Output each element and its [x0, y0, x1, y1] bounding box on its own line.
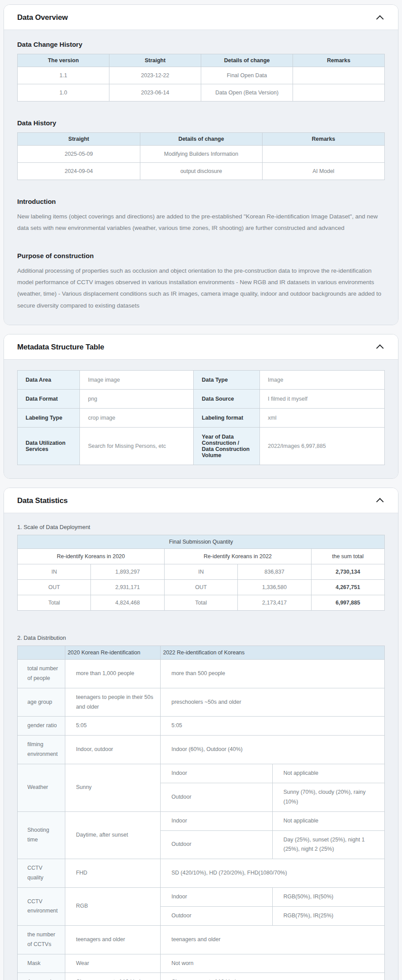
scale-group-2022: Re-identify Koreans in 2022: [164, 548, 311, 564]
row-label: Mask: [18, 954, 65, 973]
cell-date: 2023-06-14: [109, 84, 201, 101]
cell-key: Total: [18, 595, 91, 610]
table-row: 2025-05-09 Modifying Builders Informatio…: [18, 146, 385, 163]
row-label: Weather: [18, 764, 65, 812]
table-header-row: The version Straight Details of change R…: [18, 54, 385, 67]
row-label: Shooting time: [18, 811, 65, 859]
distribution-header-empty: [18, 646, 65, 659]
meta-value: Image: [260, 370, 385, 389]
table-row: 1.0 2023-06-14 Data Open (Beta Version): [18, 84, 385, 101]
meta-value: crop image: [80, 408, 194, 427]
table-row: CCTV quality FHD SD (420/10%), HD (720/2…: [18, 859, 385, 888]
column-header: The version: [18, 54, 109, 67]
metadata-structure-card: Metadata Structure Table Data Area Image…: [4, 334, 398, 479]
cell-remarks: [293, 67, 385, 84]
cell-remarks: AI Model: [262, 163, 384, 180]
data-overview-card: Data Overview Data Change History The ve…: [4, 4, 398, 325]
data-history-table: Straight Details of change Remarks 2025-…: [17, 132, 385, 180]
cell-2020: 5:05: [65, 717, 161, 736]
cell-2022: more than 500 people: [161, 659, 385, 688]
cell-2022: Indoor (60%), Outdoor (40%): [161, 736, 385, 764]
card-title: Metadata Structure Table: [17, 343, 104, 352]
table-header-row: Final Submission Quantity: [18, 535, 385, 548]
cell-details: Modifying Builders Information: [140, 146, 262, 163]
cell-date: 2023-12-22: [109, 67, 201, 84]
cell-2020: teenagers to people in their 50s and old…: [65, 688, 161, 717]
cell-2020: more than 1,000 people: [65, 659, 161, 688]
cell-2020: Sunny: [65, 764, 161, 812]
cell-sublabel: Indoor: [161, 764, 273, 783]
cell-details: Data Open (Beta Version): [201, 84, 293, 101]
row-label: total number of people: [18, 659, 65, 688]
meta-label: Data Area: [18, 370, 80, 389]
cell-value: 2,931,171: [91, 579, 164, 595]
meta-label: Year of Data Construction / Data Constru…: [194, 427, 260, 465]
meta-value: 2022/Images 6,997,885: [260, 427, 385, 465]
row-label: filming environment: [18, 736, 65, 764]
cell-sum: 6,997,885: [311, 595, 384, 610]
metadata-structure-body: Data Area Image image Data Type Image Da…: [4, 360, 398, 478]
column-header: Straight: [18, 133, 140, 146]
cell-remarks: [293, 84, 385, 101]
meta-label: Labeling format: [194, 408, 260, 427]
section-heading-introduction: Introduction: [17, 198, 385, 205]
table-row: the number of CCTVs teenagers and older …: [18, 925, 385, 954]
cell-2020: Daytime, after sunset: [65, 811, 161, 859]
meta-label: Labeling Type: [18, 408, 80, 427]
cell-value: 1,893,297: [91, 564, 164, 579]
cell-key: OUT: [18, 579, 91, 595]
cell-2020: Wear: [65, 954, 161, 973]
table-row: Data Format png Data Source I filmed it …: [18, 389, 385, 408]
table-row: Mask Wear Not worn: [18, 954, 385, 973]
table-row: age group teenagers to people in their 5…: [18, 688, 385, 717]
cell-value: 2,173,417: [238, 595, 311, 610]
cell-subvalue: RGB(50%), IR(50%): [273, 888, 385, 907]
cell-key: OUT: [164, 579, 237, 595]
table-row: IN 1,893,297 IN 836,837 2,730,134: [18, 564, 385, 579]
cell-2020: RGB: [65, 888, 161, 926]
cell-sublabel: Indoor: [161, 811, 273, 830]
cell-subvalue: Not applicable: [273, 764, 385, 783]
data-statistics-card: Data Statistics 1. Scale of Data Deploym…: [4, 488, 398, 980]
distribution-header-2022: 2022 Re-identification of Koreans: [161, 646, 385, 659]
meta-label: Data Format: [18, 389, 80, 408]
chevron-up-icon[interactable]: [375, 14, 385, 21]
meta-value: xml: [260, 408, 385, 427]
cell-date: 2025-05-09: [18, 146, 140, 163]
cell-subvalue: RGB(75%), IR(25%): [273, 906, 385, 925]
column-header: Remarks: [293, 54, 385, 67]
cell-2022: 5:05: [161, 717, 385, 736]
cell-sum: 2,730,134: [311, 564, 384, 579]
cell-version: 1.1: [18, 67, 109, 84]
meta-label: Data Utilization Services: [18, 427, 80, 465]
meta-value: I filmed it myself: [260, 389, 385, 408]
chevron-up-icon[interactable]: [375, 344, 385, 351]
row-label: age group: [18, 688, 65, 717]
column-header: Details of change: [140, 133, 262, 146]
data-statistics-body: 1. Scale of Data Deployment Final Submis…: [4, 513, 398, 980]
cell-2022: SD (420/10%), HD (720/20%), FHD(1080/70%…: [161, 859, 385, 888]
chevron-up-icon[interactable]: [375, 497, 385, 504]
table-row: Weather Sunny Indoor Not applicable: [18, 764, 385, 783]
cell-key: Total: [164, 595, 237, 610]
cell-details: Final Open Data: [201, 67, 293, 84]
cell-2020: Indoor, outdoor: [65, 736, 161, 764]
cell-sum: 4,267,751: [311, 579, 384, 595]
cell-value: 836,837: [238, 564, 311, 579]
row-label: the number of CCTVs: [18, 925, 65, 954]
cell-2022: teenagers and older: [161, 925, 385, 954]
table-row: Data Utilization Services Search for Mis…: [18, 427, 385, 465]
cell-value: 1,336,580: [238, 579, 311, 595]
cell-version: 1.0: [18, 84, 109, 101]
data-change-history-table: The version Straight Details of change R…: [17, 54, 385, 101]
cell-key: IN: [164, 564, 237, 579]
data-overview-header[interactable]: Data Overview: [4, 5, 398, 30]
purpose-text: Additional processing of properties such…: [17, 265, 385, 312]
cell-2020: teenagers and older: [65, 925, 161, 954]
cell-subvalue: Not applicable: [273, 811, 385, 830]
meta-value: Search for Missing Persons, etc: [80, 427, 194, 465]
cell-subvalue: Day (25%), sunset (25%), night 1 (25%), …: [273, 830, 385, 859]
table-row: Shooting time Daytime, after sunset Indo…: [18, 811, 385, 830]
metadata-structure-header[interactable]: Metadata Structure Table: [4, 334, 398, 360]
data-statistics-header[interactable]: Data Statistics: [4, 488, 398, 513]
